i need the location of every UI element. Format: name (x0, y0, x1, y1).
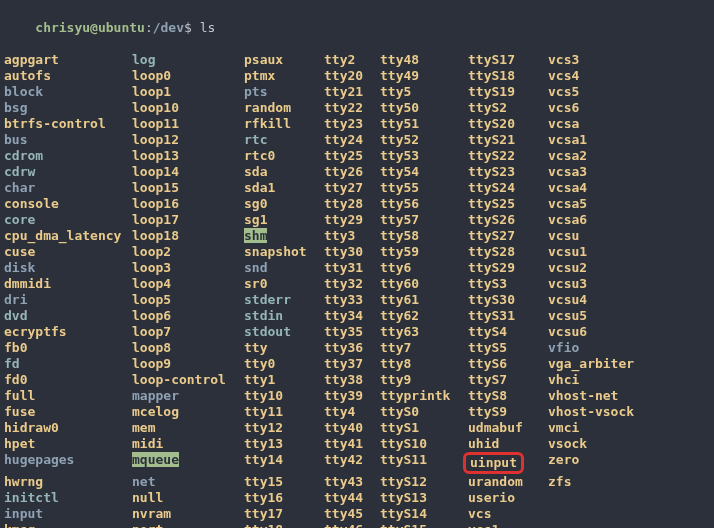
ls-entry: tty46 (324, 522, 380, 528)
ls-entry: ttyS31 (468, 308, 548, 324)
ls-entry: ttyS10 (380, 436, 468, 452)
ls-entry: loop7 (132, 324, 244, 340)
ls-entry: ttyS1 (380, 420, 468, 436)
ls-entry: tty22 (324, 100, 380, 116)
ls-entry: vcs3 (548, 52, 668, 68)
ls-entry: ttyS27 (468, 228, 548, 244)
ls-entry: mapper (132, 388, 244, 404)
ls-entry: fd0 (4, 372, 132, 388)
ls-entry: vcsu1 (548, 244, 668, 260)
ls-entry: ttyS15 (380, 522, 468, 528)
ls-entry: loop18 (132, 228, 244, 244)
ls-entry: tty (244, 340, 324, 356)
ls-entry: vcs1 (468, 522, 548, 528)
ls-entry: rfkill (244, 116, 324, 132)
ls-entry: vga_arbiter (548, 356, 668, 372)
ls-entry: tty0 (244, 356, 324, 372)
ls-entry: psaux (244, 52, 324, 68)
prompt-user: chrisyu@ubuntu (35, 20, 145, 35)
ls-entry: loop0 (132, 68, 244, 84)
ls-entry: ttyS8 (468, 388, 548, 404)
ls-entry: tty4 (324, 404, 380, 420)
ls-entry: sg0 (244, 196, 324, 212)
ls-entry: loop17 (132, 212, 244, 228)
ls-entry: null (132, 490, 244, 506)
ls-entry: initctl (4, 490, 132, 506)
ls-entry: dvd (4, 308, 132, 324)
ls-entry: ttyprintk (380, 388, 468, 404)
ls-entry: net (132, 474, 244, 490)
ls-entry: fuse (4, 404, 132, 420)
ls-entry: loop-control (132, 372, 244, 388)
ls-entry: tty52 (380, 132, 468, 148)
ls-entry: tty24 (324, 132, 380, 148)
ls-entry: loop1 (132, 84, 244, 100)
ls-entry: ttyS23 (468, 164, 548, 180)
ls-entry: mcelog (132, 404, 244, 420)
ls-entry: tty43 (324, 474, 380, 490)
ls-entry: vcs4 (548, 68, 668, 84)
ls-entry: tty49 (380, 68, 468, 84)
ls-entry: rtc (244, 132, 324, 148)
ls-entry: vhost-net (548, 388, 668, 404)
ls-entry: tty31 (324, 260, 380, 276)
ls-entry: console (4, 196, 132, 212)
ls-entry: vcsu2 (548, 260, 668, 276)
ls-entry: loop10 (132, 100, 244, 116)
ls-entry: vcsa2 (548, 148, 668, 164)
ls-entry: loop4 (132, 276, 244, 292)
ls-entry: tty23 (324, 116, 380, 132)
ls-entry: vcsa1 (548, 132, 668, 148)
ls-entry: ttyS21 (468, 132, 548, 148)
ls-entry: stderr (244, 292, 324, 308)
ls-entry: tty29 (324, 212, 380, 228)
ls-entry: shm (244, 228, 324, 244)
ls-entry: input (4, 506, 132, 522)
ls-entry: rtc0 (244, 148, 324, 164)
ls-entry: full (4, 388, 132, 404)
ls-entry: vsock (548, 436, 668, 452)
ls-entry: tty34 (324, 308, 380, 324)
ls-entry: ecryptfs (4, 324, 132, 340)
ls-entry: tty60 (380, 276, 468, 292)
ls-entry: ttyS6 (468, 356, 548, 372)
ls-entry: tty1 (244, 372, 324, 388)
ls-entry: snapshot (244, 244, 324, 260)
ls-entry: bsg (4, 100, 132, 116)
ls-entry: tty33 (324, 292, 380, 308)
ls-entry: vcsa (548, 116, 668, 132)
ls-entry: vfio (548, 340, 668, 356)
ls-entry: tty16 (244, 490, 324, 506)
ls-entry: ttyS30 (468, 292, 548, 308)
ls-entry: hugepages (4, 452, 132, 474)
ls-entry: tty27 (324, 180, 380, 196)
ls-entry: uhid (468, 436, 548, 452)
ls-entry: tty36 (324, 340, 380, 356)
ls-entry: ttyS25 (468, 196, 548, 212)
ls-entry: ttyS24 (468, 180, 548, 196)
ls-entry: tty30 (324, 244, 380, 260)
ls-entry: loop8 (132, 340, 244, 356)
ls-entry: log (132, 52, 244, 68)
prompt-path: /dev (153, 20, 184, 35)
ls-entry: tty42 (324, 452, 380, 474)
ls-entry: vcsu4 (548, 292, 668, 308)
ls-entry: ttyS2 (468, 100, 548, 116)
ls-entry: vcsa3 (548, 164, 668, 180)
ls-entry: ttyS5 (468, 340, 548, 356)
ls-entry: tty53 (380, 148, 468, 164)
terminal-output[interactable]: chrisyu@ubuntu:/dev$ ls agpgartlogpsauxt… (4, 4, 710, 528)
ls-entry: tty9 (380, 372, 468, 388)
ls-entry: vcsu3 (548, 276, 668, 292)
ls-entry: tty62 (380, 308, 468, 324)
prompt-line-1: chrisyu@ubuntu:/dev$ ls (4, 4, 710, 52)
ls-entry: fb0 (4, 340, 132, 356)
ls-entry: random (244, 100, 324, 116)
ls-entry: vcsa6 (548, 212, 668, 228)
ls-entry: ttyS4 (468, 324, 548, 340)
ls-entry: disk (4, 260, 132, 276)
ls-entry: snd (244, 260, 324, 276)
ls-entry: loop3 (132, 260, 244, 276)
ls-entry: vcsu (548, 228, 668, 244)
ls-entry: tty15 (244, 474, 324, 490)
